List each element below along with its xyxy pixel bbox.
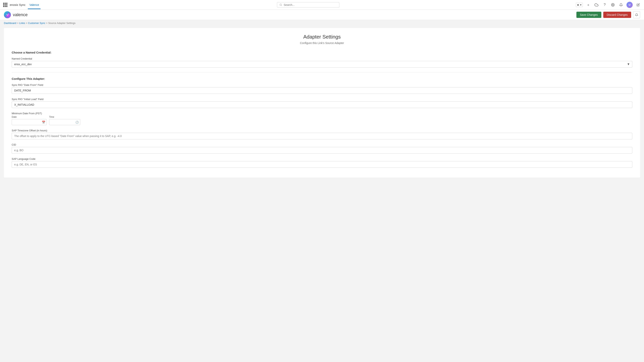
initial-load-input[interactable]	[12, 101, 632, 108]
favorites-button[interactable]: ★ ▼	[576, 3, 583, 7]
cloud-icon[interactable]	[594, 2, 599, 7]
search-bar	[277, 2, 339, 7]
credential-section-heading: Choose a Named Credential:	[12, 51, 632, 54]
nav-center	[44, 2, 573, 7]
initial-load-label: Sync RIO "Initial Load" Field	[12, 98, 632, 101]
timezone-field-group: SAP Timezone Offset (in hours)	[12, 129, 632, 139]
svg-line-1	[281, 5, 282, 6]
cid-field-group: CID	[12, 143, 632, 154]
time-input-wrapper: 🕐	[49, 119, 80, 125]
date-sublabel: Date	[12, 116, 47, 118]
cid-label: CID	[12, 143, 632, 146]
brand-title: valence	[13, 12, 28, 17]
edit-icon[interactable]	[636, 2, 641, 7]
language-field-group: SAP Language Code	[12, 157, 632, 168]
time-input[interactable]	[49, 119, 80, 125]
settings-button[interactable]	[610, 2, 616, 7]
alert-bell-button[interactable]	[633, 11, 640, 18]
main-content: Adapter Settings Configure this Link's S…	[4, 28, 640, 177]
page-title: Adapter Settings	[12, 34, 632, 40]
breadcrumb-current: Source Adapter Settings	[48, 21, 76, 24]
date-from-input[interactable]	[12, 87, 632, 94]
svg-point-3	[6, 13, 9, 17]
date-input[interactable]	[12, 119, 47, 125]
time-sublabel: Time	[49, 116, 80, 118]
initial-load-field-group: Sync RIO "Initial Load" Field	[12, 98, 632, 108]
add-button[interactable]: ＋	[586, 2, 591, 7]
language-label: SAP Language Code	[12, 157, 632, 160]
adapter-section-heading: Configure This Adapter:	[12, 77, 632, 80]
date-input-wrapper: 📅	[12, 119, 47, 125]
named-credential-label: Named Credential	[12, 57, 632, 60]
named-credential-field-group: Named Credential ensx_ecc_dev ▼	[12, 57, 632, 67]
chevron-down-icon: ▼	[580, 4, 582, 6]
page-subtitle: Configure this Link's Source Adapter	[12, 41, 632, 44]
date-time-row: Date 📅 Time 🕐	[12, 116, 632, 125]
breadcrumb-customer-sync[interactable]: Customer Sync	[28, 21, 46, 24]
valence-brand: valence	[4, 11, 28, 18]
save-changes-button[interactable]: Save Changes	[576, 12, 601, 18]
star-icon: ★	[577, 3, 579, 6]
search-input[interactable]	[284, 3, 337, 6]
min-date-field-group: Minimum Date From (PST) Date 📅 Time 🕐	[12, 112, 632, 125]
breadcrumb-links[interactable]: Links	[19, 21, 25, 24]
nav-left: enosix Sync Valence	[3, 0, 40, 9]
divider-1	[12, 72, 632, 72]
header-actions: Save Changes Discard Changes	[576, 11, 640, 18]
top-navigation: enosix Sync Valence ★ ▼ ＋ ?	[0, 0, 644, 10]
breadcrumb-dashboard[interactable]: Dashboard	[4, 21, 16, 24]
breadcrumb-sep-2: >	[26, 21, 28, 24]
app-grid-icon[interactable]	[3, 3, 8, 7]
language-input[interactable]	[12, 161, 632, 168]
help-button[interactable]: ?	[602, 2, 608, 7]
date-field-wrap: Date 📅	[12, 116, 47, 125]
svg-point-0	[280, 4, 282, 6]
min-date-label: Minimum Date From (PST)	[12, 112, 632, 115]
app-name: enosix Sync	[10, 3, 26, 6]
nav-tab-valence[interactable]: Valence	[28, 0, 41, 9]
date-from-label: Sync RIO "Date From" Field	[12, 83, 632, 86]
notifications-button[interactable]	[618, 2, 624, 7]
timezone-input[interactable]	[12, 133, 632, 139]
valence-logo	[4, 11, 11, 18]
time-field-wrap: Time 🕐	[49, 116, 80, 125]
nav-right: ★ ▼ ＋ ? U	[576, 2, 641, 8]
cid-input[interactable]	[12, 147, 632, 154]
content-wrapper: Adapter Settings Configure this Link's S…	[0, 28, 644, 362]
named-credential-select[interactable]: ensx_ecc_dev	[12, 61, 632, 67]
timezone-label: SAP Timezone Offset (in hours)	[12, 129, 632, 132]
discard-changes-button[interactable]: Discard Changes	[603, 12, 631, 18]
svg-point-2	[612, 4, 614, 5]
named-credential-select-wrapper: ensx_ecc_dev ▼	[12, 61, 632, 67]
search-icon	[280, 3, 282, 6]
breadcrumb-sep-1: >	[17, 21, 19, 24]
date-from-field-group: Sync RIO "Date From" Field	[12, 83, 632, 94]
breadcrumb: Dashboard > Links > Customer Sync > Sour…	[0, 20, 644, 26]
sub-header: valence Save Changes Discard Changes	[0, 10, 644, 20]
breadcrumb-sep-3: >	[46, 21, 48, 24]
avatar[interactable]: U	[626, 2, 633, 8]
